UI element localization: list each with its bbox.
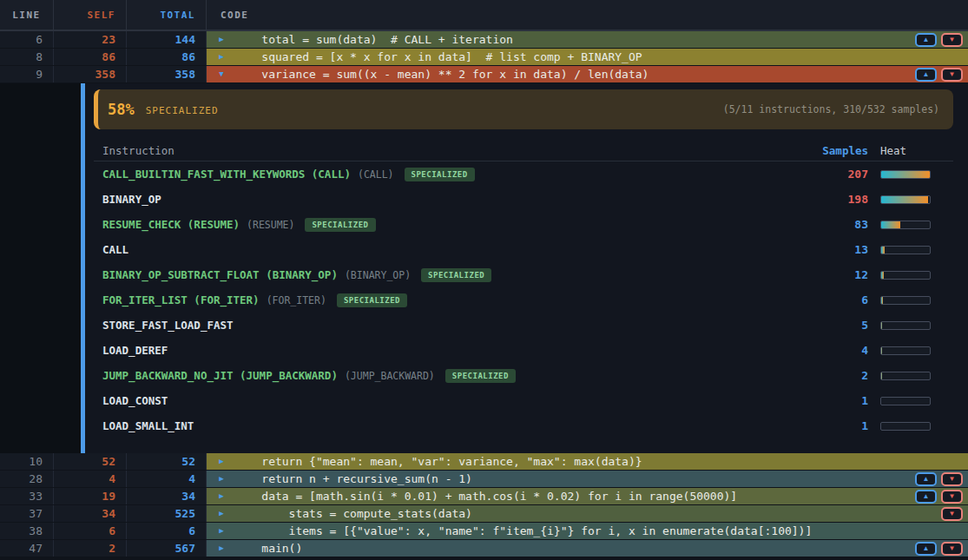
heat-bar (880, 397, 931, 405)
arrow-down-icon: ▼ (949, 511, 956, 517)
code-cell[interactable]: ▶ main() ▲ ▼ (207, 540, 968, 557)
jump-down-button[interactable]: ▼ (941, 490, 963, 504)
line-number: 33 (0, 488, 54, 504)
expand-arrow-icon[interactable]: ▶ (216, 544, 227, 552)
heat-bar-fill (881, 196, 928, 203)
instruction-samples: 13 (786, 243, 868, 256)
total-samples: 4 (127, 471, 207, 487)
instruction-name: LOAD_SMALL_INT (102, 419, 194, 432)
heat-bar-fill (881, 347, 882, 354)
heat-bar (880, 321, 931, 330)
jump-down-button[interactable]: ▼ (941, 542, 963, 556)
code-row: 38 6 6 ▶ items = [{"value": x, "name": f… (0, 523, 968, 540)
arrow-down-icon: ▼ (949, 545, 956, 552)
instruction-row[interactable]: LOAD_CONST 1 (94, 388, 953, 413)
code-row: 37 34 525 ▶ stats = compute_stats(data) … (0, 505, 968, 523)
total-samples: 34 (127, 488, 207, 504)
jump-down-button[interactable]: ▼ (941, 68, 963, 82)
instruction-base-opcode: (JUMP_BACKWARD) (345, 370, 435, 382)
instruction-row[interactable]: STORE_FAST_LOAD_FAST 5 (94, 313, 953, 338)
column-header-line[interactable]: LINE (0, 0, 54, 30)
instruction-samples: 4 (786, 344, 868, 357)
code-rows-top: 6 23 144 ▶ total = sum(data) # CALL + it… (0, 31, 968, 83)
specialized-badge: SPECIALIZED (421, 268, 491, 282)
source-code: squared = [x * x for x in data] # list c… (234, 50, 642, 63)
total-samples: 358 (127, 66, 207, 82)
column-header-heat[interactable]: Heat (868, 144, 945, 157)
code-cell[interactable]: ▶ squared = [x * x for x in data] # list… (207, 49, 968, 65)
arrow-up-icon: ▲ (923, 493, 930, 500)
specialized-badge: SPECIALIZED (337, 293, 407, 307)
line-number: 10 (0, 453, 54, 470)
nav-buttons: ▲ ▼ (915, 472, 968, 486)
specialized-percent: 58% (108, 101, 135, 118)
instruction-name: BINARY_OP (102, 193, 161, 206)
instruction-row[interactable]: CALL_BUILTIN_FAST_WITH_KEYWORDS (CALL) (… (94, 161, 953, 187)
jump-down-button[interactable]: ▼ (941, 33, 963, 47)
column-header-self[interactable]: SELF (54, 0, 127, 30)
line-number: 9 (0, 66, 54, 82)
instruction-row[interactable]: FOR_ITER_LIST (FOR_ITER) (FOR_ITER) SPEC… (94, 287, 953, 313)
expand-arrow-icon[interactable]: ▶ (216, 510, 227, 517)
instruction-row[interactable]: RESUME_CHECK (RESUME) (RESUME) SPECIALIZ… (94, 212, 953, 237)
instruction-rows: CALL_BUILTIN_FAST_WITH_KEYWORDS (CALL) (… (94, 161, 953, 438)
heat-bar-fill (881, 372, 882, 379)
expand-arrow-icon[interactable]: ▼ (216, 70, 227, 78)
self-samples: 19 (54, 488, 127, 504)
code-row: 33 19 34 ▶ data = [math.sin(i * 0.01) + … (0, 488, 968, 505)
nav-buttons: ▲ ▼ (915, 490, 968, 504)
instruction-row[interactable]: LOAD_DEREF 4 (94, 338, 953, 363)
instruction-name: BINARY_OP_SUBTRACT_FLOAT (BINARY_OP) (102, 268, 338, 281)
instruction-name: JUMP_BACKWARD_NO_JIT (JUMP_BACKWARD) (102, 369, 338, 382)
instruction-row[interactable]: LOAD_SMALL_INT 1 (94, 413, 953, 438)
expand-arrow-icon[interactable]: ▶ (216, 36, 227, 43)
instruction-row[interactable]: JUMP_BACKWARD_NO_JIT (JUMP_BACKWARD) (JU… (94, 363, 953, 388)
expand-arrow-icon[interactable]: ▶ (216, 458, 227, 465)
jump-up-button[interactable]: ▲ (915, 68, 937, 82)
code-cell[interactable]: ▶ return {"mean": mean, "var": variance,… (207, 453, 968, 470)
instruction-base-opcode: (CALL) (358, 168, 394, 181)
code-cell[interactable]: ▶ return n + recursive_sum(n - 1) ▲ ▼ (207, 471, 968, 487)
column-header-instruction[interactable]: Instruction (102, 144, 786, 157)
heat-bar (880, 195, 931, 204)
code-row: 8 86 86 ▶ squared = [x * x for x in data… (0, 49, 968, 66)
expand-arrow-icon[interactable]: ▶ (216, 53, 227, 61)
instruction-row[interactable]: CALL 13 (94, 237, 953, 262)
expand-arrow-icon[interactable]: ▶ (216, 475, 227, 483)
total-samples: 144 (127, 31, 207, 48)
source-code: variance = sum((x - mean) ** 2 for x in … (234, 68, 649, 81)
code-row: 47 2 567 ▶ main() ▲ ▼ (0, 540, 968, 557)
code-cell[interactable]: ▶ data = [math.sin(i * 0.01) + math.cos(… (207, 488, 968, 504)
instruction-name: LOAD_DEREF (102, 344, 168, 357)
source-code: items = [{"value": x, "name": f"item_{i}… (234, 524, 812, 537)
instruction-base-opcode: (RESUME) (247, 219, 294, 231)
jump-up-button[interactable]: ▲ (915, 542, 937, 556)
instruction-name: CALL (102, 243, 128, 256)
specialized-badge: SPECIALIZED (305, 218, 375, 232)
self-samples: 23 (54, 31, 127, 48)
instruction-samples: 198 (786, 193, 868, 206)
code-cell[interactable]: ▶ stats = compute_stats(data) ▼ (207, 505, 968, 522)
column-header-total[interactable]: TOTAL (127, 0, 207, 30)
code-cell[interactable]: ▶ total = sum(data) # CALL + iteration ▲… (207, 31, 968, 48)
instruction-base-opcode: (BINARY_OP) (345, 269, 411, 281)
expand-arrow-icon[interactable]: ▶ (216, 527, 227, 535)
expand-arrow-icon[interactable]: ▶ (216, 492, 227, 500)
jump-down-button[interactable]: ▼ (941, 472, 963, 486)
arrow-down-icon: ▼ (949, 71, 956, 78)
arrow-up-icon: ▲ (923, 476, 930, 483)
column-header-samples[interactable]: Samples (786, 144, 868, 157)
source-code: return n + recursive_sum(n - 1) (234, 472, 472, 485)
total-samples: 567 (127, 540, 207, 557)
nav-buttons: ▲ ▼ (915, 33, 968, 47)
code-cell[interactable]: ▶ items = [{"value": x, "name": f"item_{… (207, 523, 968, 539)
jump-up-button[interactable]: ▲ (915, 33, 937, 47)
code-cell[interactable]: ▼ variance = sum((x - mean) ** 2 for x i… (207, 66, 968, 82)
jump-down-button[interactable]: ▼ (941, 507, 963, 521)
jump-up-button[interactable]: ▲ (915, 472, 937, 486)
instruction-samples: 6 (786, 293, 868, 306)
jump-up-button[interactable]: ▲ (915, 490, 937, 504)
heat-bar-fill (881, 221, 900, 228)
instruction-row[interactable]: BINARY_OP 198 (94, 187, 953, 212)
instruction-row[interactable]: BINARY_OP_SUBTRACT_FLOAT (BINARY_OP) (BI… (94, 262, 953, 287)
